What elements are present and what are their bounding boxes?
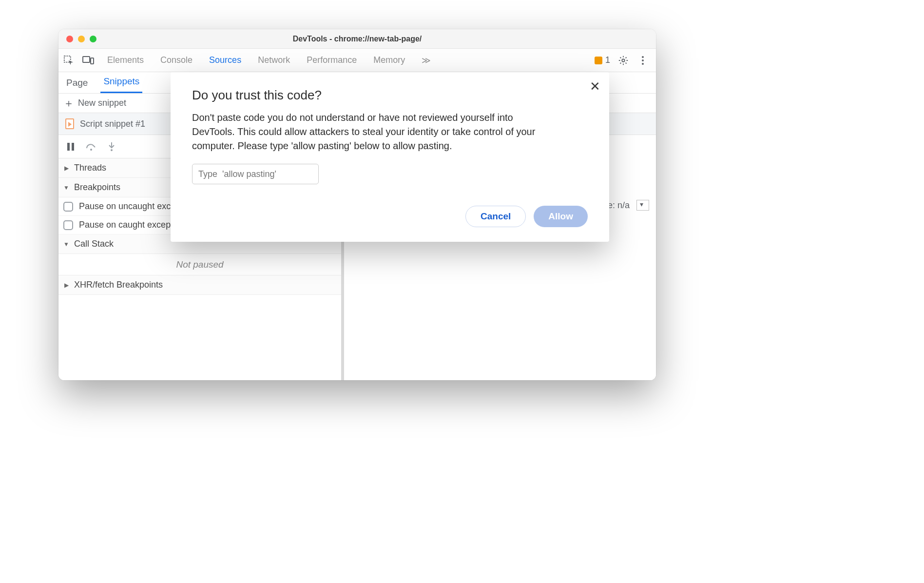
svg-point-4 bbox=[642, 56, 644, 58]
window-close-button[interactable] bbox=[66, 36, 73, 42]
tab-network[interactable]: Network bbox=[254, 49, 294, 72]
settings-gear-icon[interactable] bbox=[617, 54, 630, 67]
section-xhr-breakpoints[interactable]: ▶ XHR/fetch Breakpoints bbox=[58, 275, 341, 295]
main-tabs: Elements Console Sources Network Perform… bbox=[103, 49, 435, 72]
subtab-snippets[interactable]: Snippets bbox=[100, 76, 142, 93]
snippet-file-icon bbox=[65, 118, 74, 129]
cancel-button[interactable]: Cancel bbox=[465, 206, 526, 227]
tab-memory[interactable]: Memory bbox=[369, 49, 409, 72]
window-zoom-button[interactable] bbox=[90, 36, 96, 42]
devtools-window: DevTools - chrome://new-tab-page/ Elemen… bbox=[58, 29, 656, 380]
inspect-element-icon[interactable] bbox=[62, 54, 75, 67]
svg-rect-7 bbox=[67, 143, 70, 151]
allow-pasting-input[interactable] bbox=[192, 164, 319, 184]
coverage-dropdown-icon[interactable] bbox=[636, 200, 649, 211]
tab-console[interactable]: Console bbox=[156, 49, 196, 72]
dialog-title: Do you trust this code? bbox=[192, 88, 588, 103]
svg-point-10 bbox=[111, 149, 113, 151]
dialog-actions: Cancel Allow bbox=[192, 206, 588, 227]
step-into-icon[interactable] bbox=[105, 140, 118, 153]
svg-point-3 bbox=[622, 59, 625, 62]
svg-rect-8 bbox=[72, 143, 74, 151]
tabs-overflow-button[interactable]: ≫ bbox=[418, 49, 435, 72]
chevron-right-icon: ▶ bbox=[62, 165, 70, 172]
checkbox-icon bbox=[63, 202, 73, 212]
svg-rect-2 bbox=[91, 58, 94, 64]
checkbox-icon bbox=[63, 220, 73, 230]
step-over-icon[interactable] bbox=[85, 140, 97, 153]
warning-icon bbox=[595, 57, 602, 64]
new-snippet-label: New snippet bbox=[78, 98, 126, 108]
issues-badge[interactable]: 1 bbox=[595, 55, 610, 65]
svg-point-5 bbox=[642, 59, 644, 61]
chevron-right-icon: ▶ bbox=[62, 282, 70, 289]
svg-point-6 bbox=[642, 63, 644, 65]
traffic-lights bbox=[58, 36, 96, 42]
subtab-page[interactable]: Page bbox=[63, 78, 91, 93]
svg-point-9 bbox=[90, 149, 92, 151]
dialog-close-button[interactable]: ✕ bbox=[590, 79, 600, 94]
titlebar: DevTools - chrome://new-tab-page/ bbox=[58, 29, 656, 49]
device-toggle-icon[interactable] bbox=[82, 54, 95, 67]
allow-button[interactable]: Allow bbox=[534, 206, 588, 227]
plus-icon: ＋ bbox=[63, 96, 73, 111]
main-tabs-bar: Elements Console Sources Network Perform… bbox=[58, 49, 656, 72]
tab-performance[interactable]: Performance bbox=[303, 49, 361, 72]
callstack-status: Not paused bbox=[58, 254, 341, 275]
kebab-menu-icon[interactable] bbox=[636, 54, 649, 67]
tab-elements[interactable]: Elements bbox=[103, 49, 148, 72]
chevron-down-icon: ▼ bbox=[62, 241, 70, 248]
trust-code-dialog: ✕ Do you trust this code? Don't paste co… bbox=[171, 72, 609, 242]
window-minimize-button[interactable] bbox=[78, 36, 85, 42]
tab-sources[interactable]: Sources bbox=[205, 49, 245, 72]
pause-icon[interactable] bbox=[64, 140, 77, 153]
issues-count: 1 bbox=[605, 55, 610, 65]
window-title: DevTools - chrome://new-tab-page/ bbox=[58, 35, 656, 43]
close-icon: ✕ bbox=[590, 79, 600, 94]
svg-rect-1 bbox=[83, 57, 90, 62]
snippet-item-label: Script snippet #1 bbox=[80, 119, 145, 129]
chevron-down-icon: ▼ bbox=[62, 184, 70, 191]
dialog-body: Don't paste code you do not understand o… bbox=[192, 111, 553, 153]
